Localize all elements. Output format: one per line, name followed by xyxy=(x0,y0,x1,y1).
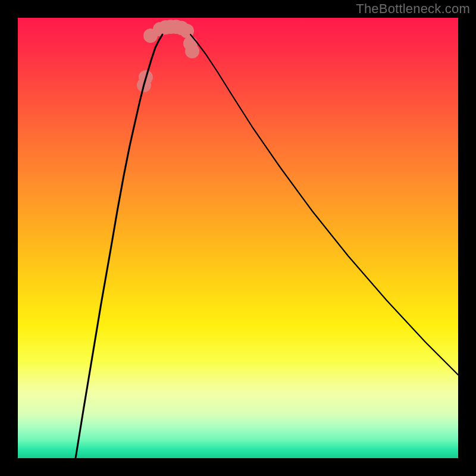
left-curve xyxy=(76,35,162,458)
chart-frame: TheBottleneck.com xyxy=(0,0,476,476)
plot-area xyxy=(18,18,458,458)
right-curve xyxy=(190,35,458,375)
dot-marker xyxy=(185,44,199,58)
curves-layer xyxy=(18,18,458,458)
dot-markers xyxy=(137,20,199,92)
watermark-text: TheBottleneck.com xyxy=(356,1,470,17)
